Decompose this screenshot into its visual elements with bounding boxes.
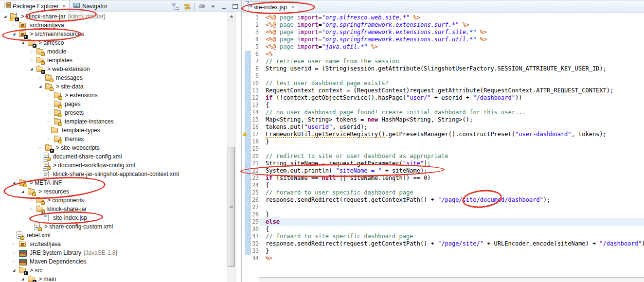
code-text[interactable]: // redirect to site or user dashboard as… xyxy=(260,153,644,160)
tree-item-template-instances[interactable]: ▷template-instances xyxy=(0,117,225,126)
minimize-icon[interactable] xyxy=(220,2,228,10)
collapse-arrow-icon[interactable]: ◢ xyxy=(13,266,19,275)
code-text[interactable]: // retrieve user name from the session xyxy=(260,58,644,65)
expand-arrow-icon[interactable]: ▷ xyxy=(30,56,36,65)
tree-item-jre-system-library[interactable]: ▷JRE System Library[JavaSE-1.8] xyxy=(0,248,225,257)
collapse-arrow-icon[interactable]: ◢ xyxy=(30,65,36,73)
code-text[interactable]: <%@ page import="java.util.*" %> xyxy=(260,43,644,51)
collapse-arrow-icon[interactable]: ◢ xyxy=(13,30,19,38)
tree-item-src-main-resources[interactable]: ◢> src/main/resources xyxy=(0,30,225,38)
code-text[interactable] xyxy=(260,204,644,211)
collapse-all-icon[interactable] xyxy=(172,2,180,10)
tree-item-site-index.jsp[interactable]: site-index.jsp xyxy=(0,213,225,222)
focus-icon[interactable] xyxy=(197,2,206,10)
code-text[interactable]: // forward to user specific dashboard pa… xyxy=(260,189,644,196)
expand-arrow-icon[interactable]: ▷ xyxy=(48,91,54,100)
code-text[interactable]: else xyxy=(260,218,644,226)
tree-scrollbar[interactable] xyxy=(227,12,236,282)
expand-arrow-icon[interactable]: ▷ xyxy=(30,196,36,205)
tree-item-main[interactable]: ◢> main xyxy=(0,275,225,282)
tree-item-klinck-share-jar-slingshot-application-context.xml[interactable]: klinck-share-jar-slingshot-application-c… xyxy=(0,170,225,178)
expand-arrow-icon[interactable]: ▷ xyxy=(13,248,19,257)
tree-item-components[interactable]: ▷> components xyxy=(0,196,225,205)
tree-item-site-data[interactable]: ◢> site-data xyxy=(0,82,225,91)
tab-package-explorer[interactable]: Package Explorer ✕ xyxy=(0,0,70,12)
code-text[interactable]: <%@ page import="org.springframework.ext… xyxy=(260,21,644,29)
code-text[interactable]: if (siteName == null || siteName.length(… xyxy=(260,175,644,182)
expand-arrow-icon[interactable]: ▷ xyxy=(48,108,54,117)
code-text[interactable]: // test user dashboard page exists? xyxy=(260,80,644,87)
code-text[interactable]: if (!context.getObjectService().hasPage(… xyxy=(260,94,644,102)
code-text[interactable]: <%@ page import="org.alfresco.web.site.*… xyxy=(260,14,644,21)
scrollbar-thumb[interactable] xyxy=(228,147,235,267)
code-text[interactable] xyxy=(260,145,644,153)
expand-arrow-icon[interactable]: ▷ xyxy=(48,117,54,126)
expand-arrow-icon[interactable]: ▷ xyxy=(13,240,19,248)
code-text[interactable]: tokens.put("userid", userid); xyxy=(260,123,644,131)
code-text[interactable]: } xyxy=(260,211,644,218)
code-text[interactable]: } xyxy=(260,247,644,255)
code-text[interactable]: FrameworkUtil.getServiceRegistry().getPr… xyxy=(260,131,644,138)
close-icon[interactable]: ✕ xyxy=(62,4,66,9)
code-text[interactable]: { xyxy=(260,102,644,109)
tree-item-themes[interactable]: ▷themes xyxy=(0,135,225,143)
code-text[interactable] xyxy=(260,72,644,80)
tree-item-klinck-share-jar[interactable]: ◢> klinck-share-jar[klinck master] xyxy=(0,12,225,21)
code-text[interactable]: <%@ page import="org.springframework.ext… xyxy=(260,29,644,36)
link-with-editor-icon[interactable] xyxy=(183,2,191,10)
tree-item-pages[interactable]: ▷pages xyxy=(0,100,225,108)
close-icon[interactable]: ✕ xyxy=(291,5,295,10)
expand-arrow-icon[interactable]: ▷ xyxy=(48,100,54,108)
code-text[interactable]: <%@ page import="org.springframework.ext… xyxy=(260,36,644,43)
tree-item-alfresco[interactable]: ◢> alfresco xyxy=(0,38,225,47)
tree-item-templates[interactable]: ▷templates xyxy=(0,56,225,65)
maximize-icon[interactable] xyxy=(231,2,239,10)
tree-item-extensions[interactable]: ▷> extensions xyxy=(0,91,225,100)
tree-item-klinck-share-jar[interactable]: ▷klinck-share-jar xyxy=(0,205,225,213)
tree-item-messages[interactable]: ▷messages xyxy=(0,73,225,82)
code-text[interactable]: } xyxy=(260,138,644,145)
expand-arrow-icon[interactable]: ▷ xyxy=(30,205,36,213)
code-text[interactable]: String siteName = request.getParameter("… xyxy=(260,160,644,167)
tree-item-src-main-java[interactable]: ▷src/main/java xyxy=(0,21,225,30)
tree-item-web-extension[interactable]: ◢> web-extension xyxy=(0,65,225,73)
code-text[interactable]: RequestContext context = (RequestContext… xyxy=(260,87,644,94)
tab-navigator[interactable]: Navigator xyxy=(70,0,110,12)
expand-arrow-icon[interactable]: ▷ xyxy=(48,135,54,143)
code-text[interactable]: String userid = (String)session.getAttri… xyxy=(260,65,644,72)
expand-arrow-icon[interactable]: ▷ xyxy=(13,257,19,266)
code-text[interactable]: // no user dashboard page found! create … xyxy=(260,109,644,116)
tree-item-template-types[interactable]: template-types xyxy=(0,126,225,135)
tree-item-meta-inf[interactable]: ◢> META-INF xyxy=(0,178,225,187)
collapse-arrow-icon[interactable]: ◢ xyxy=(39,82,45,91)
tree-item-documed-workflow-config.xml[interactable]: > documed-workflow-config.xml xyxy=(0,161,225,170)
code-text[interactable]: System.out.println( "siteName = " + site… xyxy=(260,167,644,175)
horizontal-scrollbar-track[interactable] xyxy=(259,277,644,282)
tree-item-src[interactable]: ◢> src xyxy=(0,266,225,275)
tree-item-maven-dependencies[interactable]: ▷Maven Dependencies xyxy=(0,257,225,266)
collapse-arrow-icon[interactable]: ◢ xyxy=(21,187,28,196)
collapse-arrow-icon[interactable]: ◢ xyxy=(13,178,19,187)
view-menu-icon[interactable] xyxy=(209,2,217,10)
project-tree[interactable]: ◢> klinck-share-jar[klinck master]▷src/m… xyxy=(0,12,225,282)
code-text[interactable]: response.sendRedirect(request.getContext… xyxy=(260,240,644,247)
code-text[interactable]: Map<String, String> tokens = new HashMap… xyxy=(260,116,644,123)
warning-marker-icon[interactable]: ! xyxy=(242,131,248,137)
code-editor[interactable]: 1<%@ page import="org.alfresco.web.site.… xyxy=(242,13,644,277)
code-text[interactable]: response.sendRedirect(request.getContext… xyxy=(260,196,644,204)
tree-item-site-webscripts[interactable]: ▷> site-webscripts xyxy=(0,143,225,152)
code-text[interactable]: { xyxy=(260,182,644,189)
expand-arrow-icon[interactable]: ▷ xyxy=(39,143,45,152)
code-text[interactable]: <% xyxy=(260,51,644,58)
code-text[interactable]: { xyxy=(260,226,644,233)
tree-item-resources[interactable]: ◢> resources xyxy=(0,187,225,196)
tab-site-index-jsp[interactable]: site-index.jsp ✕ xyxy=(244,1,299,13)
tree-item-documed-share-config.xml[interactable]: documed-share-config.xml xyxy=(0,152,225,161)
code-text[interactable]: %> xyxy=(260,255,644,262)
tree-item-share-config-custom.xml[interactable]: > share-config-custom.xml xyxy=(0,222,225,231)
tree-item-presets[interactable]: ▷presets xyxy=(0,108,225,117)
tree-item-rebel.xml[interactable]: rebel.xml xyxy=(0,231,225,240)
code-text[interactable]: // forward to site specific dashboard pa… xyxy=(260,233,644,240)
tree-item-src-test-java[interactable]: ▷src/test/java xyxy=(0,240,225,248)
scrollbar-up-arrow-icon[interactable] xyxy=(227,13,235,20)
